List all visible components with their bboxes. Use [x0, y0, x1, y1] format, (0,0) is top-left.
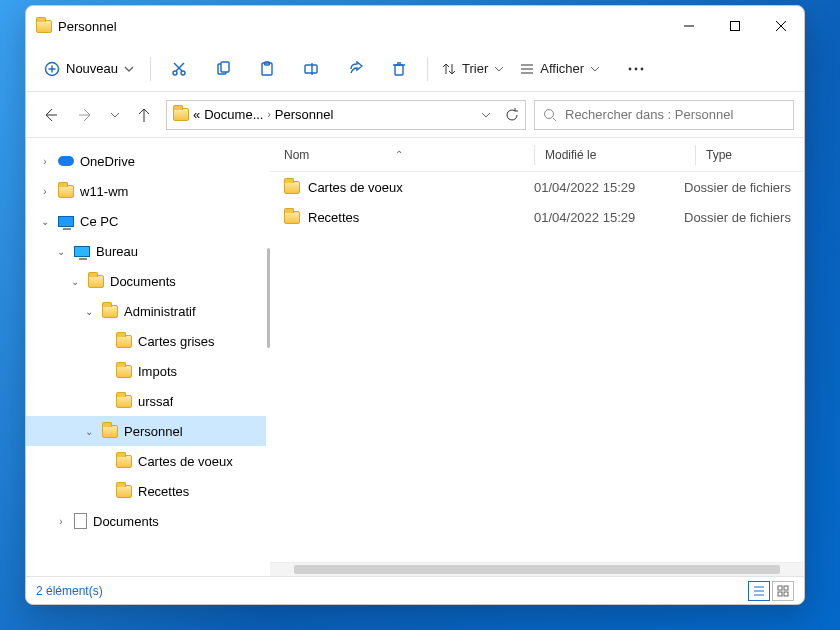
cut-button[interactable] — [159, 51, 199, 87]
tree-node[interactable]: ⌄Administratif — [26, 296, 266, 326]
svg-point-26 — [635, 67, 638, 70]
more-button[interactable] — [616, 51, 656, 87]
details-view-button[interactable] — [748, 581, 770, 601]
svg-rect-1 — [731, 22, 740, 31]
splitter[interactable] — [266, 138, 270, 576]
titlebar[interactable]: Personnel — [26, 6, 804, 46]
maximize-button[interactable] — [712, 6, 758, 46]
share-button[interactable] — [335, 51, 375, 87]
delete-button[interactable] — [379, 51, 419, 87]
tree-node[interactable]: Cartes de voeux — [26, 446, 266, 476]
plus-circle-icon — [44, 61, 60, 77]
svg-point-27 — [641, 67, 644, 70]
folder-icon — [116, 365, 132, 378]
folder-icon — [88, 275, 104, 288]
document-icon — [74, 513, 87, 529]
pc-icon — [58, 216, 74, 227]
svg-rect-12 — [221, 62, 229, 72]
statusbar: 2 élément(s) — [26, 576, 804, 604]
navbar: « Docume...› Personnel Rechercher dans :… — [26, 92, 804, 138]
folder-icon — [116, 485, 132, 498]
paste-button[interactable] — [247, 51, 287, 87]
list-icon — [520, 62, 534, 76]
copy-icon — [215, 61, 231, 77]
tree-node[interactable]: Cartes grises — [26, 326, 266, 356]
chevron-down-icon — [494, 64, 504, 74]
file-row[interactable]: Cartes de voeux 01/04/2022 15:29 Dossier… — [270, 172, 804, 202]
explorer-window: Personnel Nouveau Trier — [25, 5, 805, 605]
view-button[interactable]: Afficher — [514, 57, 606, 80]
chevron-down-icon — [124, 64, 134, 74]
tree-node[interactable]: Impots — [26, 356, 266, 386]
svg-rect-15 — [305, 65, 317, 73]
address-bar[interactable]: « Docume...› Personnel — [166, 100, 526, 130]
svg-rect-37 — [784, 586, 788, 590]
hscrollbar[interactable] — [270, 562, 804, 576]
tree-node[interactable]: urssaf — [26, 386, 266, 416]
svg-point-25 — [629, 67, 632, 70]
folder-icon — [284, 181, 300, 194]
new-button[interactable]: Nouveau — [36, 57, 142, 81]
svg-point-8 — [181, 71, 185, 75]
icons-view-button[interactable] — [772, 581, 794, 601]
window-title: Personnel — [58, 19, 117, 34]
svg-point-7 — [173, 71, 177, 75]
col-modified[interactable]: Modifié le — [545, 148, 695, 162]
folder-icon — [36, 20, 52, 33]
svg-rect-39 — [784, 592, 788, 596]
trash-icon — [391, 61, 407, 77]
search-icon — [543, 108, 557, 122]
ellipsis-icon — [628, 67, 644, 71]
tree-node-onedrive[interactable]: ›OneDrive — [26, 146, 266, 176]
scissors-icon — [171, 61, 187, 77]
tree-node-documents[interactable]: ⌄Documents — [26, 266, 266, 296]
folder-icon — [284, 211, 300, 224]
sort-icon — [442, 62, 456, 76]
forward-button[interactable] — [72, 100, 100, 130]
tree-node[interactable]: ›w11-wm — [26, 176, 266, 206]
item-count: 2 élément(s) — [36, 584, 103, 598]
tree-node-thispc[interactable]: ⌄Ce PC — [26, 206, 266, 236]
tree-node-personnel[interactable]: ⌄Personnel — [26, 416, 266, 446]
share-icon — [347, 61, 363, 77]
chevron-down-icon — [590, 64, 600, 74]
clipboard-icon — [259, 61, 275, 77]
col-type[interactable]: Type — [706, 148, 804, 162]
sort-button[interactable]: Trier — [436, 57, 510, 80]
folder-icon — [173, 108, 189, 121]
folder-icon — [58, 185, 74, 198]
folder-icon — [116, 395, 132, 408]
rename-button[interactable] — [291, 51, 331, 87]
folder-icon — [116, 455, 132, 468]
cloud-icon — [58, 156, 74, 166]
nav-tree: ›OneDrive ›w11-wm ⌄Ce PC ⌄Bureau ⌄Docume… — [26, 138, 266, 576]
rename-icon — [303, 61, 319, 77]
tree-node-desktop[interactable]: ⌄Bureau — [26, 236, 266, 266]
search-input[interactable]: Rechercher dans : Personnel — [534, 100, 794, 130]
folder-icon — [116, 335, 132, 348]
svg-point-31 — [545, 109, 554, 118]
up-button[interactable] — [130, 100, 158, 130]
folder-icon — [102, 305, 118, 318]
breadcrumb-seg[interactable]: Personnel — [275, 107, 334, 122]
svg-rect-17 — [395, 65, 403, 75]
tree-node[interactable]: ›Documents — [26, 506, 266, 536]
svg-rect-38 — [778, 592, 782, 596]
desktop-icon — [74, 246, 90, 257]
refresh-icon[interactable] — [505, 108, 519, 122]
toolbar: Nouveau Trier Afficher — [26, 46, 804, 92]
file-row[interactable]: Recettes 01/04/2022 15:29 Dossier de fic… — [270, 202, 804, 232]
sort-asc-icon: ⌃ — [395, 149, 403, 160]
breadcrumb-seg[interactable]: Docume...› — [204, 107, 271, 122]
chevron-down-icon[interactable] — [481, 110, 491, 120]
svg-line-32 — [553, 118, 556, 121]
minimize-button[interactable] — [666, 6, 712, 46]
recent-button[interactable] — [108, 100, 122, 130]
back-button[interactable] — [36, 100, 64, 130]
copy-button[interactable] — [203, 51, 243, 87]
tree-node[interactable]: Recettes — [26, 476, 266, 506]
col-name[interactable]: Nom⌃ — [284, 148, 534, 162]
column-headers: Nom⌃ Modifié le Type — [270, 138, 804, 172]
close-button[interactable] — [758, 6, 804, 46]
folder-icon — [102, 425, 118, 438]
